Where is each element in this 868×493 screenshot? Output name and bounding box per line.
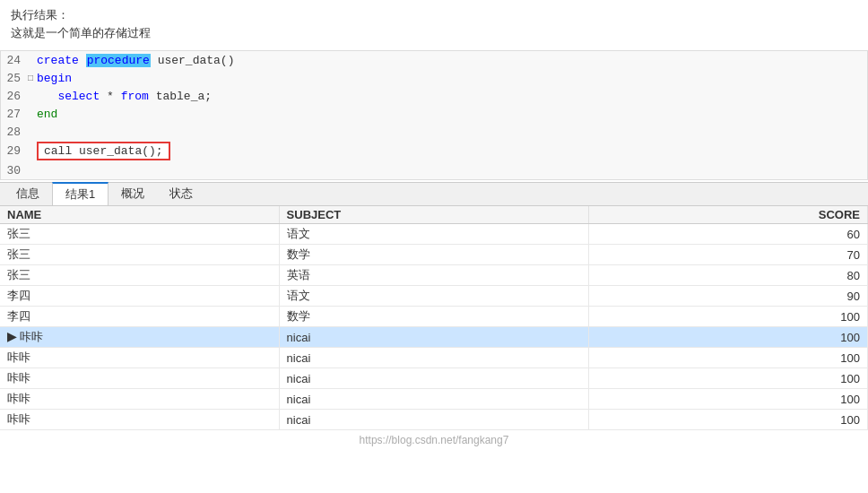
table-row: 张三英语80 bbox=[0, 265, 868, 286]
line-number: 26 bbox=[1, 90, 28, 103]
cell-subject: nicai bbox=[279, 389, 588, 410]
cell-name: 李四 bbox=[0, 286, 279, 307]
cell-name: 张三 bbox=[0, 245, 279, 265]
line-number: 25 bbox=[1, 72, 28, 85]
cell-name: 咔咔 bbox=[0, 348, 279, 368]
keyword-end: end bbox=[37, 108, 57, 121]
line-number: 29 bbox=[1, 144, 28, 158]
cell-subject: nicai bbox=[279, 327, 588, 348]
keyword-procedure: procedure bbox=[86, 54, 151, 67]
code-line: 29call user_data(); bbox=[1, 141, 867, 161]
line-collapse: □ bbox=[28, 74, 37, 83]
code-line: 30 bbox=[1, 161, 867, 179]
cell-subject: 数学 bbox=[279, 245, 588, 265]
code-line: 28 bbox=[1, 123, 867, 141]
code-line: 26 select * from table_a; bbox=[1, 87, 867, 105]
cell-name: 李四 bbox=[0, 307, 279, 327]
keyword-from: from bbox=[121, 90, 149, 103]
cell-score: 100 bbox=[588, 410, 867, 430]
cell-score: 100 bbox=[588, 307, 867, 327]
code-content: select * from table_a; bbox=[37, 90, 867, 103]
cell-score: 100 bbox=[588, 348, 867, 368]
tab-信息[interactable]: 信息 bbox=[4, 183, 52, 205]
cell-score: 80 bbox=[588, 265, 867, 286]
cell-subject: 语文 bbox=[279, 224, 588, 245]
line-number: 24 bbox=[1, 54, 28, 67]
cell-name: 张三 bbox=[0, 265, 279, 286]
line-number: 27 bbox=[1, 108, 28, 121]
cell-subject: 数学 bbox=[279, 307, 588, 327]
tabs-bar: 信息结果1概况状态 bbox=[0, 182, 868, 206]
cell-subject: 语文 bbox=[279, 286, 588, 307]
row-pointer: ▶ bbox=[7, 330, 16, 343]
line-number: 30 bbox=[1, 164, 28, 177]
watermark: https://blog.csdn.net/fangkang7 bbox=[0, 430, 868, 450]
cell-subject: 英语 bbox=[279, 265, 588, 286]
table-row: 咔咔nicai100 bbox=[0, 368, 868, 389]
code-line: 27end bbox=[1, 105, 867, 123]
keyword-create: create bbox=[37, 54, 79, 67]
table-row: 张三语文60 bbox=[0, 224, 868, 245]
results-table: NAMESUBJECTSCORE 张三语文60张三数学70张三英语80李四语文9… bbox=[0, 206, 868, 430]
code-text: * bbox=[107, 90, 121, 103]
table-row: 李四语文90 bbox=[0, 286, 868, 307]
code-text: table_a; bbox=[149, 90, 212, 103]
cell-subject: nicai bbox=[279, 368, 588, 389]
code-line: 25□begin bbox=[1, 69, 867, 87]
table-row: 咔咔nicai100 bbox=[0, 348, 868, 368]
column-header-subject: SUBJECT bbox=[279, 206, 588, 224]
code-line: 24create procedure user_data() bbox=[1, 51, 867, 69]
cell-score: 60 bbox=[588, 224, 867, 245]
cell-score: 70 bbox=[588, 245, 867, 265]
table-row: 张三数学70 bbox=[0, 245, 868, 265]
call-text: call user_data(); bbox=[44, 144, 163, 158]
cell-score: 100 bbox=[588, 327, 867, 348]
code-text: user_data() bbox=[158, 54, 235, 67]
cell-score: 100 bbox=[588, 368, 867, 389]
table-container: NAMESUBJECTSCORE 张三语文60张三数学70张三英语80李四语文9… bbox=[0, 206, 868, 430]
code-content: create procedure user_data() bbox=[37, 54, 867, 67]
cell-score: 90 bbox=[588, 286, 867, 307]
column-header-name: NAME bbox=[0, 206, 279, 224]
tab-状态[interactable]: 状态 bbox=[157, 183, 205, 205]
call-statement-box: call user_data(); bbox=[37, 142, 170, 160]
execution-subtitle: 这就是一个简单的存储过程 bbox=[11, 25, 857, 41]
cell-score: 100 bbox=[588, 389, 867, 410]
cell-name: 咔咔 bbox=[0, 368, 279, 389]
cell-name: ▶ 咔咔 bbox=[0, 327, 279, 348]
tab-概况[interactable]: 概况 bbox=[108, 183, 157, 205]
tab-结果1[interactable]: 结果1 bbox=[52, 182, 108, 205]
table-row: ▶ 咔咔nicai100 bbox=[0, 327, 868, 348]
code-editor: 24create procedure user_data()25□begin26… bbox=[0, 50, 868, 180]
cell-subject: nicai bbox=[279, 348, 588, 368]
code-content: call user_data(); bbox=[37, 142, 867, 160]
table-row: 咔咔nicai100 bbox=[0, 389, 868, 410]
code-content: end bbox=[37, 108, 867, 121]
column-header-score: SCORE bbox=[588, 206, 867, 224]
keyword-select: select bbox=[57, 90, 100, 103]
cell-name: 张三 bbox=[0, 224, 279, 245]
code-content: begin bbox=[37, 72, 867, 85]
table-row: 咔咔nicai100 bbox=[0, 410, 868, 430]
line-number: 28 bbox=[1, 125, 28, 139]
execution-title: 执行结果： bbox=[11, 7, 857, 23]
table-row: 李四数学100 bbox=[0, 307, 868, 327]
cell-name: 咔咔 bbox=[0, 389, 279, 410]
bottom-section: NAMESUBJECTSCORE 张三语文60张三数学70张三英语80李四语文9… bbox=[0, 206, 868, 450]
top-section: 执行结果： 这就是一个简单的存储过程 bbox=[0, 0, 868, 50]
keyword-begin: begin bbox=[37, 72, 72, 85]
cell-name: 咔咔 bbox=[0, 410, 279, 430]
cell-subject: nicai bbox=[279, 410, 588, 430]
